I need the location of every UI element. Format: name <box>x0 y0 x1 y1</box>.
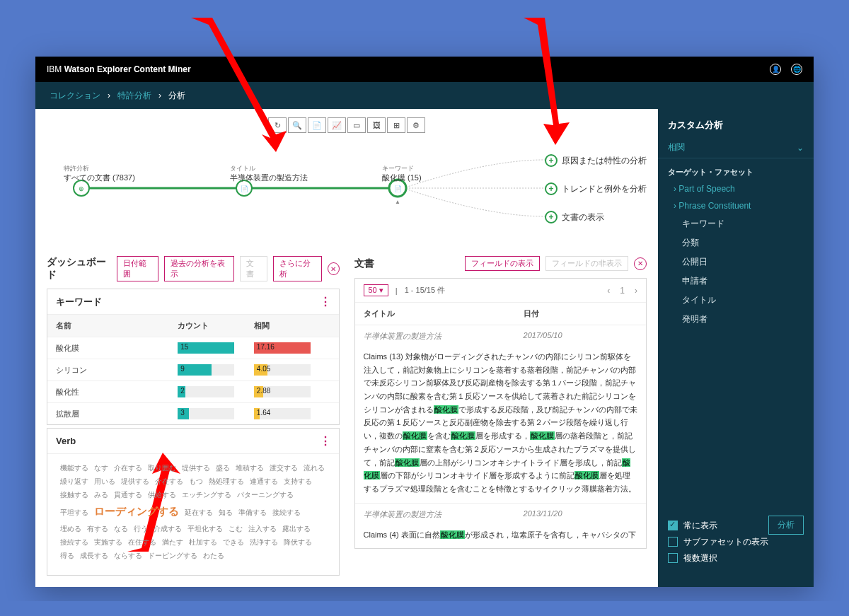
verb-word[interactable]: 堤供する <box>182 461 210 475</box>
verb-word[interactable]: 在住する <box>128 535 156 549</box>
more-analysis-button[interactable]: さらに分析 <box>273 256 322 281</box>
verb-word[interactable]: 満たす <box>162 535 183 549</box>
tool-image-icon[interactable]: 🖼 <box>367 117 386 133</box>
verb-word[interactable]: 接続する <box>272 506 301 519</box>
tool-search-icon[interactable]: 🔍 <box>288 117 306 133</box>
verb-word[interactable]: 有する <box>87 522 108 535</box>
verb-word[interactable]: 埋める <box>60 522 81 535</box>
verb-word[interactable]: 接触する <box>60 488 88 501</box>
verb-word[interactable]: 平坦化する <box>187 522 223 535</box>
verb-word[interactable]: みる <box>94 488 108 501</box>
verb-word[interactable]: 知る <box>219 506 233 519</box>
facet-pos[interactable]: › Part of Speech <box>658 180 814 197</box>
verb-cloud[interactable]: 機能するなす介在する取り囲む堤供する盛る堆積する渡交する流れる繰り返す用いる堤供… <box>47 454 339 575</box>
facet-applicant[interactable]: 申請者 <box>658 272 814 291</box>
verb-word[interactable]: なす <box>94 461 108 475</box>
doc-row[interactable]: 半導体装置の製造方法 2013/11/20 <box>355 503 647 528</box>
flow-node2-label[interactable]: 半導体装置の製造方法 <box>230 173 308 183</box>
branch-docs[interactable]: +文書の表示 <box>545 211 604 223</box>
verb-word[interactable]: 注入する <box>248 522 277 535</box>
history-button[interactable]: 過去の分析を表示 <box>164 256 235 281</box>
verb-word[interactable]: 実施する <box>94 535 122 549</box>
verb-word[interactable]: 介在する <box>114 461 142 475</box>
verb-word[interactable]: 行う <box>134 522 148 535</box>
facet-keyword[interactable]: キーワード <box>658 214 814 233</box>
verb-word[interactable]: 平坦する <box>60 506 88 519</box>
facet-inventor[interactable]: 発明者 <box>658 310 814 329</box>
verb-word[interactable]: ならする <box>114 549 142 562</box>
verb-word[interactable]: 支持する <box>284 475 312 488</box>
facet-pubdate[interactable]: 公開日 <box>658 252 814 272</box>
tool-settings-icon[interactable]: ⚙ <box>407 117 425 133</box>
verb-word[interactable]: わたる <box>203 549 224 562</box>
verb-word[interactable]: 盛る <box>216 461 230 475</box>
branch-cause[interactable]: +原因または特性の分析 <box>545 154 647 167</box>
keyword-row[interactable]: 拡散層 3 1.64 <box>47 402 339 424</box>
verb-word[interactable]: エッチングする <box>182 488 231 501</box>
flow-node1-label[interactable]: すべての文書 (7837) <box>64 173 135 183</box>
verb-word[interactable]: 堤供する <box>121 475 149 488</box>
branch-trend[interactable]: +トレンドと例外を分析 <box>545 182 647 195</box>
chk-multi[interactable]: 複数選択 <box>668 552 804 564</box>
close-icon[interactable]: ✕ <box>634 257 647 270</box>
doc-row[interactable]: 半導体装置の製造方法 2017/05/10 <box>355 325 647 350</box>
breadcrumb-item-patent[interactable]: 特許分析 <box>117 90 151 102</box>
verb-word[interactable]: 取り囲む <box>148 461 176 475</box>
verb-word[interactable]: 準備する <box>238 506 267 519</box>
verb-word[interactable]: 介成する <box>154 522 182 535</box>
keyword-row[interactable]: 酸化性 2 2.88 <box>47 380 339 402</box>
page-size-select[interactable]: 50 ▾ <box>364 284 388 296</box>
verb-word[interactable]: もつ <box>189 475 203 488</box>
more-icon[interactable]: ⋮ <box>320 434 330 448</box>
verb-word[interactable]: 接続する <box>60 535 88 549</box>
page-separator: | <box>395 286 398 295</box>
verb-word[interactable]: 貫通する <box>114 488 142 501</box>
verb-word[interactable]: 成長する <box>80 549 108 562</box>
chk-always[interactable]: 常に表示 <box>668 520 768 532</box>
tool-grid-icon[interactable]: ⊞ <box>387 117 405 133</box>
verb-word[interactable]: 渡交する <box>270 461 298 475</box>
user-icon[interactable]: 👤 <box>770 64 781 75</box>
verb-word[interactable]: 降伏する <box>284 535 312 549</box>
verb-word[interactable]: 洗浄する <box>250 535 278 549</box>
verb-word[interactable]: 熱処理する <box>209 475 244 488</box>
analyze-button[interactable]: 分析 <box>768 516 804 535</box>
verb-word[interactable]: こむ <box>229 522 243 535</box>
verb-word[interactable]: 供給する <box>148 488 176 501</box>
verb-word[interactable]: 用いる <box>94 475 115 488</box>
show-fields-button[interactable]: フィールドの表示 <box>465 256 540 271</box>
verb-word[interactable]: 流れる <box>304 461 325 475</box>
more-icon[interactable]: ⋮ <box>320 295 330 308</box>
chk-subfacet[interactable]: サブファセットの表示 <box>668 536 804 548</box>
sidebar-dropdown[interactable]: 相関 ⌄ <box>658 137 814 158</box>
verb-word[interactable]: 機能する <box>60 461 88 475</box>
breadcrumb-item-collection[interactable]: コレクション <box>50 90 100 102</box>
globe-icon[interactable]: 🌐 <box>791 64 802 75</box>
verb-word[interactable]: 杜加する <box>189 535 217 549</box>
verb-word[interactable]: できる <box>223 535 244 549</box>
verb-word[interactable]: パターニングする <box>237 488 294 501</box>
verb-word[interactable]: 得る <box>60 549 74 562</box>
next-page-icon[interactable]: › <box>635 286 637 296</box>
facet-pc[interactable]: › Phrase Constituent <box>658 197 814 214</box>
keyword-row[interactable]: シリコン 9 4.05 <box>47 359 339 380</box>
verb-highlight[interactable]: ローディングする <box>94 501 179 522</box>
verb-word[interactable]: 繰り返す <box>60 475 88 488</box>
verb-word[interactable]: 堆積する <box>236 461 264 475</box>
date-range-button[interactable]: 日付範囲 <box>117 256 158 281</box>
verb-word[interactable]: なる <box>114 522 128 535</box>
facet-category[interactable]: 分類 <box>658 233 814 252</box>
verb-word[interactable]: 連通する <box>250 475 278 488</box>
close-icon[interactable]: ✕ <box>328 262 340 275</box>
tool-card-icon[interactable]: ▭ <box>347 117 366 133</box>
facet-title[interactable]: タイトル <box>658 291 814 310</box>
verb-word[interactable]: ドーピングする <box>148 549 197 562</box>
flow-node3-label[interactable]: 酸化膜 (15) <box>382 173 422 183</box>
verb-word[interactable]: 露出する <box>282 522 311 535</box>
verb-word[interactable]: 延在する <box>185 506 213 519</box>
keyword-row[interactable]: 酸化膜 15 17.16 <box>47 337 339 359</box>
verb-word[interactable]: 介在する <box>155 475 183 488</box>
tool-doc-icon[interactable]: 📄 <box>308 117 326 133</box>
prev-page-icon[interactable]: ‹ <box>607 286 610 296</box>
tool-chart-icon[interactable]: 📈 <box>328 117 346 133</box>
